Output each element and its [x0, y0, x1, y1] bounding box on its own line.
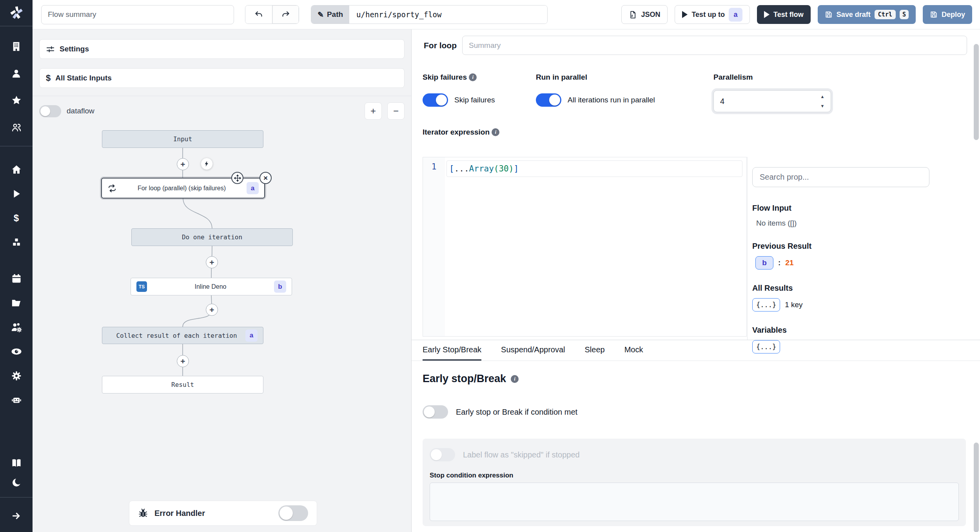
edit-path-button[interactable]: ✎ Path — [311, 5, 349, 24]
tab-sleep[interactable]: Sleep — [585, 340, 605, 361]
windmill-logo[interactable] — [0, 0, 33, 26]
zoom-in-button[interactable]: + — [365, 102, 382, 120]
module-title: For loop — [424, 41, 457, 50]
expand-arrow-icon[interactable] — [0, 507, 33, 525]
tab-suspend-approval[interactable]: Suspend/Approval — [501, 340, 565, 361]
search-prop-input[interactable] — [752, 167, 929, 187]
static-inputs-button-label: All Static Inputs — [55, 74, 112, 82]
undo-button[interactable] — [245, 5, 272, 24]
graph-node-inline-deno[interactable]: TS Inline Deno b — [131, 278, 292, 295]
parallelism-input[interactable] — [714, 97, 800, 106]
docs-book-icon[interactable] — [0, 454, 33, 472]
json-button-label: JSON — [641, 11, 660, 19]
save-icon — [930, 11, 938, 18]
previous-result-key-badge[interactable]: b — [755, 256, 773, 270]
json-file-icon — [629, 11, 637, 19]
add-step-button[interactable]: + — [206, 304, 218, 316]
move-node-button[interactable] — [231, 172, 243, 184]
node-label: Collect result of each iteration — [108, 332, 245, 339]
flow-input-heading: Flow Input — [752, 204, 946, 213]
workspace-building-icon[interactable] — [0, 37, 33, 55]
summary-input[interactable] — [462, 36, 967, 55]
info-icon[interactable]: i — [469, 73, 477, 81]
save-draft-button[interactable]: Save draft CtrlS — [818, 5, 916, 24]
info-icon[interactable]: i — [492, 128, 499, 136]
error-handler-card: Error Handler — [129, 501, 317, 526]
flow-editor-panel: Settings $ All Static Inputs dataflow + … — [33, 29, 412, 532]
tab-mock[interactable]: Mock — [624, 340, 643, 361]
move-icon — [234, 174, 241, 182]
decrement-button[interactable]: ▼ — [817, 102, 828, 110]
graph-node-collect-result[interactable]: Collect result of each iteration a — [102, 327, 263, 344]
user-groups-icon[interactable] — [0, 118, 33, 137]
audit-eye-icon[interactable] — [0, 343, 33, 361]
scrollbar-thumb[interactable] — [974, 443, 979, 532]
tab-early-stop-break[interactable]: Early Stop/Break — [423, 340, 481, 361]
early-stop-toggle[interactable] — [423, 405, 448, 419]
increment-button[interactable]: ▲ — [817, 93, 828, 100]
graph-node-input[interactable]: Input — [102, 130, 263, 148]
line-number-gutter: 1 — [423, 157, 445, 336]
graph-node-do-one-iteration[interactable]: Do one iteration — [131, 228, 293, 246]
workers-robot-icon[interactable] — [0, 391, 33, 409]
test-up-to-label: Test up to — [691, 11, 725, 19]
json-button[interactable]: JSON — [621, 5, 668, 24]
info-icon[interactable]: i — [511, 375, 519, 383]
add-step-button[interactable]: + — [177, 158, 189, 170]
settings-gear-icon[interactable] — [0, 367, 33, 385]
undo-icon — [254, 10, 263, 19]
add-step-button[interactable]: + — [206, 256, 218, 268]
trigger-bolt-button[interactable] — [201, 158, 213, 170]
error-handler-toggle[interactable] — [278, 505, 308, 521]
test-flow-label: Test flow — [773, 11, 804, 19]
iterator-expression-heading: Iterator expression i — [423, 128, 980, 137]
schedules-calendar-icon[interactable] — [0, 270, 33, 288]
previous-result-value: 21 — [785, 259, 793, 267]
dataflow-toggle[interactable] — [39, 105, 61, 117]
delete-node-button[interactable]: × — [260, 172, 272, 184]
path-value[interactable]: u/henri/sporty_flow — [349, 5, 547, 24]
groups-admin-icon[interactable] — [0, 318, 33, 336]
flow-input-empty: No items ([]) — [756, 219, 946, 228]
scrollbar-thumb[interactable] — [974, 44, 979, 140]
all-results-note: 1 key — [785, 301, 802, 309]
all-results-object-badge[interactable]: {...} — [752, 298, 780, 312]
flow-settings-button[interactable]: Settings — [39, 39, 405, 59]
bolt-icon — [203, 160, 210, 167]
early-stop-disabled-box: Label flow as "skipped" if stopped Stop … — [423, 439, 966, 526]
early-stop-toggle-label: Early stop or Break if condition met — [456, 408, 577, 417]
zoom-out-button[interactable]: − — [387, 102, 405, 120]
deploy-button[interactable]: Deploy — [923, 5, 972, 24]
flow-summary-input[interactable] — [41, 5, 234, 24]
add-step-button[interactable]: + — [177, 355, 189, 367]
stop-condition-editor[interactable] — [430, 483, 959, 521]
all-static-inputs-button[interactable]: $ All Static Inputs — [39, 68, 405, 88]
user-icon[interactable] — [0, 64, 33, 82]
variables-dollar-icon[interactable]: $ — [0, 209, 33, 227]
node-label: Input — [108, 135, 258, 143]
graph-node-result[interactable]: Result — [102, 376, 263, 394]
favorites-star-icon[interactable] — [0, 91, 33, 109]
resources-cubes-icon[interactable] — [0, 233, 33, 251]
iterator-code-editor[interactable]: 1 [...Array(30)] — [423, 157, 747, 337]
run-in-parallel-toggle[interactable] — [536, 93, 561, 107]
step-detail-panel: For loop Skip failures i Skip failures R… — [412, 29, 980, 532]
runs-play-icon[interactable] — [0, 185, 33, 203]
redo-icon — [281, 10, 290, 19]
dark-mode-moon-icon[interactable] — [0, 474, 33, 492]
skip-failures-heading: Skip failures i — [423, 73, 536, 82]
settings-button-label: Settings — [60, 45, 89, 53]
settings-tabbar: Early Stop/Break Suspend/Approval Sleep … — [412, 340, 980, 361]
test-up-to-button[interactable]: Test up to a — [675, 5, 750, 24]
test-flow-button[interactable]: Test flow — [757, 5, 811, 24]
pencil-icon: ✎ — [318, 10, 324, 19]
label-skipped-toggle[interactable] — [430, 448, 455, 461]
code-line[interactable]: [...Array(30)] — [446, 160, 742, 177]
node-label: Do one iteration — [137, 233, 287, 241]
redo-button[interactable] — [272, 5, 299, 24]
home-icon[interactable] — [0, 160, 33, 179]
folders-icon[interactable] — [0, 294, 33, 312]
dataflow-toggle-label: dataflow — [67, 107, 94, 115]
graph-node-forloop[interactable]: For loop (parallel) (skip failures) a × — [101, 178, 265, 199]
skip-failures-toggle[interactable] — [423, 93, 448, 107]
